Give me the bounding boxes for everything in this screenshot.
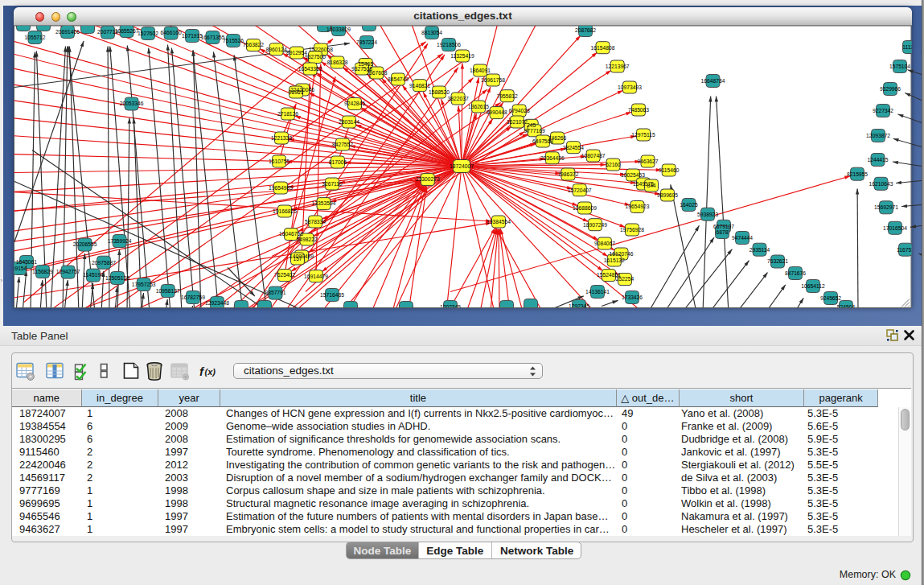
svg-text:17957253: 17957253 (132, 281, 156, 286)
svg-text:116753: 116753 (897, 246, 914, 252)
svg-text:25300273: 25300273 (416, 176, 440, 182)
svg-text:157: 157 (293, 255, 302, 261)
svg-text:817006: 817006 (329, 159, 347, 164)
svg-text:16120746: 16120746 (610, 250, 634, 256)
svg-text:1071915: 1071915 (182, 32, 203, 38)
svg-text:98961: 98961 (289, 89, 304, 94)
svg-text:19218506: 19218506 (437, 41, 461, 47)
svg-text:16543362: 16543362 (298, 65, 322, 71)
svg-text:19654923: 19654923 (626, 204, 650, 209)
svg-text:2367608: 2367608 (366, 69, 387, 75)
svg-text:10958137: 10958137 (156, 287, 180, 293)
svg-text:9084067: 9084067 (594, 240, 615, 245)
svg-text:1221338: 1221338 (271, 134, 292, 140)
svg-text:10655267: 10655267 (115, 27, 139, 33)
svg-text:8215955: 8215955 (847, 171, 868, 176)
svg-text:13353594: 13353594 (312, 200, 336, 206)
svg-text:20691406: 20691406 (55, 28, 80, 34)
svg-text:5498222: 5498222 (297, 236, 318, 241)
svg-text:11325419: 11325419 (450, 52, 474, 58)
svg-text:6466160: 6466160 (161, 30, 182, 35)
svg-text:16648784: 16648784 (701, 77, 725, 83)
svg-text:164025: 164025 (680, 201, 698, 207)
svg-text:7857224: 7857224 (356, 39, 377, 44)
svg-text:10654112: 10654112 (801, 282, 825, 288)
svg-text:12923448: 12923448 (205, 299, 229, 305)
svg-text:1055712: 1055712 (24, 34, 45, 39)
svg-text:12942757: 12942757 (56, 269, 80, 274)
svg-text:10688609: 10688609 (573, 204, 597, 210)
svg-text:10973493: 10973493 (618, 84, 642, 89)
svg-text:1733426: 1733426 (622, 294, 643, 299)
svg-text:2935114: 2935114 (749, 246, 770, 252)
svg-text:5938923: 5938923 (697, 211, 718, 216)
svg-text:16033809: 16033809 (326, 26, 351, 31)
svg-text:14136141: 14136141 (585, 288, 610, 294)
svg-text:6679197: 6679197 (713, 223, 734, 229)
svg-text:8960124: 8960124 (266, 46, 287, 51)
svg-text:7663822: 7663822 (243, 42, 264, 47)
svg-text:15716485: 15716485 (320, 291, 344, 297)
svg-text:10025453: 10025453 (621, 171, 645, 177)
svg-text:20975887: 20975887 (92, 259, 116, 265)
svg-text:12213967: 12213967 (606, 63, 630, 68)
svg-text:9857791: 9857791 (265, 290, 285, 295)
svg-text:19654985: 19654985 (269, 184, 293, 190)
svg-text:16210643: 16210643 (869, 180, 893, 186)
svg-text:17359924: 17359924 (108, 237, 132, 243)
svg-text:1156829: 1156829 (32, 268, 53, 274)
svg-text:20364436: 20364436 (540, 154, 565, 160)
svg-text:12975115: 12975115 (631, 131, 655, 137)
svg-text:3267110: 3267110 (322, 180, 343, 186)
svg-text:18724007: 18724007 (450, 163, 474, 168)
svg-text:9329966: 9329966 (880, 85, 901, 91)
svg-text:18907249: 18907249 (583, 221, 607, 227)
svg-text:8427552: 8427552 (332, 141, 353, 146)
svg-text:9242845: 9242845 (344, 101, 365, 106)
svg-text:1362615: 1362615 (468, 103, 489, 109)
svg-text:7986372: 7986372 (557, 171, 578, 176)
svg-text:12505135: 12505135 (105, 274, 129, 280)
svg-text:1588520: 1588520 (429, 89, 450, 94)
svg-text:9899695: 9899695 (657, 192, 678, 197)
svg-text:1244415: 1244415 (867, 156, 888, 162)
svg-text:16961758: 16961758 (481, 76, 505, 82)
svg-text:2803144: 2803144 (339, 118, 359, 124)
svg-text:7632621: 7632621 (767, 258, 788, 264)
svg-text:16914479: 16914479 (304, 273, 328, 278)
svg-text:9227342: 9227342 (873, 107, 893, 113)
svg-text:1575104: 1575104 (889, 63, 910, 68)
svg-text:9327500: 9327500 (305, 54, 326, 60)
svg-text:1864091: 1864091 (470, 67, 491, 72)
svg-text:1645061: 1645061 (16, 258, 37, 264)
svg-text:1621072: 1621072 (507, 118, 528, 124)
svg-text:7625402: 7625402 (274, 272, 295, 278)
svg-text:20206555: 20206555 (73, 241, 97, 247)
svg-text:15692971: 15692971 (874, 204, 898, 210)
svg-text:9777169: 9777169 (524, 127, 545, 133)
svg-text:20053346: 20053346 (120, 101, 144, 106)
svg-text:2087682: 2087682 (575, 27, 596, 32)
svg-text:7515526: 7515526 (223, 37, 244, 43)
svg-text:844: 844 (647, 182, 655, 187)
svg-text:16671355: 16671355 (201, 34, 225, 39)
svg-text:11123: 11123 (902, 43, 917, 49)
svg-text:6497568: 6497568 (532, 138, 553, 143)
svg-text:9474444: 9474444 (732, 234, 753, 240)
svg-text:2718126: 2718126 (277, 110, 298, 116)
svg-text:8454749: 8454749 (388, 76, 409, 81)
svg-text:5878334: 5878334 (305, 218, 326, 224)
svg-text:19384554: 19384554 (487, 218, 511, 224)
svg-text:62160: 62160 (606, 161, 621, 167)
svg-text:1610755: 1610755 (269, 158, 290, 163)
svg-text:19166825: 19166825 (273, 208, 297, 213)
svg-text:9463627: 9463627 (637, 158, 658, 163)
svg-text:9245652: 9245652 (820, 295, 841, 300)
svg-text:8813054: 8813054 (421, 29, 442, 35)
svg-text:1615132: 1615132 (604, 257, 625, 262)
svg-text:1145194: 1145194 (83, 272, 104, 278)
svg-text:9115460: 9115460 (659, 167, 680, 172)
svg-text:12093872: 12093872 (866, 132, 890, 138)
svg-text:15720407: 15720407 (568, 187, 592, 192)
svg-text:8186328: 8186328 (326, 59, 347, 64)
